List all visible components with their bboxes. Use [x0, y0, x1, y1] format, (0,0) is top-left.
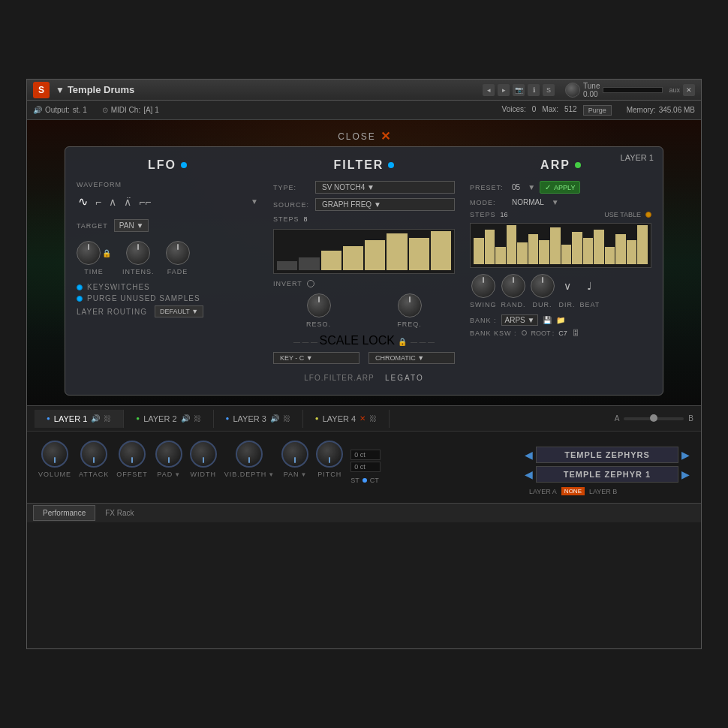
vib-dropdown[interactable]: VIB.DEPTH ▼ — [224, 471, 274, 478]
filter-bar-chart[interactable] — [273, 229, 455, 274]
root-icon[interactable]: 🎛 — [572, 329, 579, 337]
target-row: TARGET PAN ▼ — [77, 219, 258, 232]
dur-knob[interactable] — [531, 274, 555, 298]
inst1-prev-btn[interactable]: ◀ — [525, 449, 533, 461]
bank-label: BANK : — [470, 317, 497, 324]
layer-tab-3[interactable]: ● LAYER 3 🔊 ⛓ — [214, 410, 303, 428]
bottom-tabs: Performance FX Rack — [27, 503, 701, 522]
wave-sine-btn[interactable]: ∿ — [77, 193, 89, 210]
preset-label: PRESET: — [470, 184, 507, 191]
layer1-name: LAYER 1 — [54, 414, 87, 423]
inst1-next-btn[interactable]: ▶ — [681, 449, 690, 461]
arp-steps-label: STEPS — [470, 211, 496, 218]
width-knob[interactable] — [190, 441, 217, 468]
apply-button[interactable]: ✓ APPLY — [540, 181, 580, 194]
layer4-name: LAYER 4 — [323, 414, 356, 423]
wave-square-btn[interactable]: ⌐ — [94, 194, 103, 209]
freq-knob[interactable] — [398, 293, 422, 317]
bank-select[interactable]: ARPS ▼ — [501, 314, 539, 326]
use-table-dot[interactable] — [645, 212, 651, 218]
layer3-midi-icon: ⛓ — [283, 414, 290, 423]
inst2-prev-btn[interactable]: ◀ — [525, 468, 533, 480]
pan-dropdown[interactable]: PAN ▼ — [284, 471, 307, 478]
key-select[interactable]: KEY - C ▼ — [273, 352, 359, 364]
nav-back-btn[interactable]: ◂ — [483, 84, 495, 96]
pitch-knob[interactable] — [316, 441, 343, 468]
voices-label: Voices: — [502, 105, 526, 116]
purge-label: PURGE UNUSED SAMPLES — [87, 294, 200, 302]
wave-random-btn[interactable]: ⌐⌐ — [137, 194, 152, 209]
layer-tab-2[interactable]: ● LAYER 2 🔊 ⛓ — [124, 410, 213, 428]
volume-label: VOLUME — [38, 471, 71, 478]
reso-knob[interactable] — [307, 293, 331, 317]
pan-knob[interactable] — [281, 441, 308, 468]
type-select[interactable]: SV NOTCH4 ▼ — [315, 181, 455, 194]
main-panel: LAYER 1 LFO WAVEFORM ∿ ⌐ ∧ ∧̈ ⌐⌐ — [65, 146, 663, 396]
mode-arrow[interactable]: ▼ — [552, 198, 559, 206]
scale-lock-label: SCALE LOCK — [320, 334, 395, 347]
ksw-dot[interactable] — [522, 330, 527, 335]
vib-knob[interactable] — [236, 441, 263, 468]
pad-group: PAD ▼ — [155, 441, 182, 478]
layer-routing-select[interactable]: DEFAULT ▼ — [155, 305, 203, 317]
invert-btn[interactable] — [307, 280, 314, 287]
target-select[interactable]: PAN ▼ — [114, 219, 149, 232]
width-group: WIDTH — [190, 441, 217, 478]
width-label: WIDTH — [190, 471, 216, 478]
swing-knob[interactable] — [471, 274, 495, 298]
volume-knob[interactable] — [41, 441, 68, 468]
pad-dropdown[interactable]: PAD ▼ — [157, 471, 180, 478]
root-label: ROOT : — [531, 329, 555, 337]
scale-lock-icon: 🔒 — [398, 338, 407, 346]
layer-tabs: ● LAYER 1 🔊 ⛓ ● LAYER 2 🔊 ⛓ ● LAYER 3 🔊 … — [27, 405, 701, 432]
attack-knob[interactable] — [80, 441, 107, 468]
st-dot[interactable] — [362, 478, 367, 483]
purge-button[interactable]: Purge — [583, 105, 612, 116]
fx-rack-tab[interactable]: FX Rack — [95, 505, 143, 521]
pitch-val1[interactable]: 0 ct — [350, 450, 381, 460]
fade-knob[interactable] — [166, 241, 190, 265]
time-knob[interactable] — [77, 241, 101, 265]
offset-knob[interactable] — [119, 441, 146, 468]
keyswitches-checkbox[interactable] — [77, 284, 83, 290]
background-area: CLOSE ✕ LAYER 1 LFO WAVEFORM ∿ ⌐ ∧ — [27, 120, 701, 405]
inst2-next-btn[interactable]: ▶ — [681, 468, 690, 480]
save-bank-icon[interactable]: 💾 — [543, 316, 552, 324]
intens-knob[interactable] — [126, 241, 150, 265]
layer3-dot: ● — [226, 415, 230, 422]
layer-tab-1[interactable]: ● LAYER 1 🔊 ⛓ — [35, 410, 124, 428]
performance-tab[interactable]: Performance — [33, 505, 95, 521]
nav-forward-btn[interactable]: ▸ — [498, 84, 510, 96]
wave-saw-btn[interactable]: ∧̈ — [122, 194, 133, 209]
time-lock-icon[interactable]: 🔒 — [102, 249, 111, 257]
tune-knob[interactable] — [565, 83, 580, 98]
close-overlay-btn[interactable]: CLOSE ✕ — [338, 129, 390, 143]
chromatic-select[interactable]: CHROMATIC ▼ — [369, 352, 455, 364]
title-dropdown[interactable]: ▼ — [56, 85, 65, 95]
settings-btn[interactable]: S — [543, 84, 555, 96]
source-select[interactable]: GRAPH FREQ ▼ — [315, 198, 455, 211]
fade-slider[interactable] — [624, 417, 684, 420]
info-btn[interactable]: ℹ — [528, 84, 540, 96]
purge-checkbox[interactable] — [77, 296, 83, 302]
keyswitches-label: KEYSWITCHES — [87, 283, 150, 291]
arp-bar-chart[interactable] — [470, 223, 651, 268]
pad-knob[interactable] — [155, 441, 182, 468]
lfo-section: LFO WAVEFORM ∿ ⌐ ∧ ∧̈ ⌐⌐ ▼ TARGET — [77, 158, 258, 384]
layer2-vol-icon: 🔊 — [181, 414, 190, 423]
layer-tab-4[interactable]: ● LAYER 4 ✕ ⛓ — [303, 410, 390, 428]
dur-label: DUR. — [533, 301, 552, 308]
pitch-val2[interactable]: 0 ct — [350, 462, 381, 472]
wave-dropdown[interactable]: ▼ — [251, 197, 258, 206]
time-label: TIME — [84, 268, 104, 275]
layer-routing-label: LAYER ROUTING — [77, 308, 147, 316]
lfo-knobs-row: 🔒 TIME INTENS. FADE — [77, 241, 258, 275]
camera-btn[interactable]: 📷 — [513, 84, 525, 96]
attack-group: ATTACK — [79, 441, 109, 478]
wave-tri-btn[interactable]: ∧ — [107, 194, 118, 209]
preset-arrow[interactable]: ▼ — [528, 183, 535, 191]
folder-bank-icon[interactable]: 📁 — [556, 316, 565, 324]
rand-knob[interactable] — [501, 274, 525, 298]
close-window-btn[interactable]: ✕ — [683, 84, 695, 96]
layer-a-label: LAYER A — [529, 488, 557, 495]
